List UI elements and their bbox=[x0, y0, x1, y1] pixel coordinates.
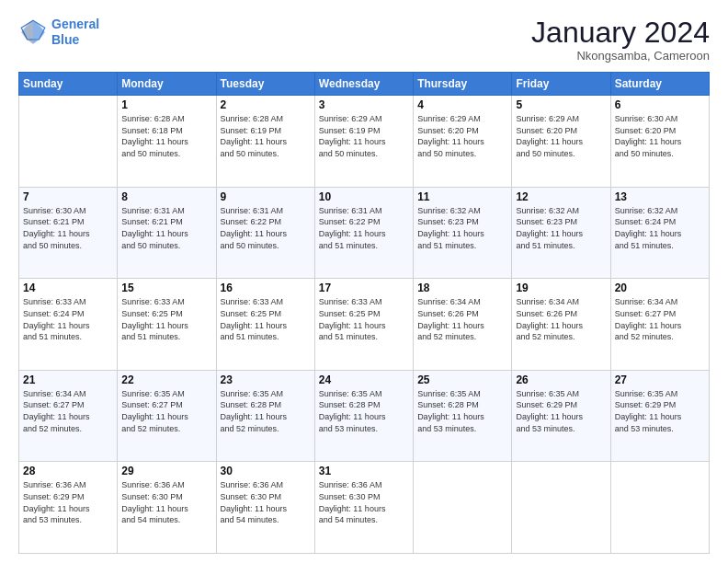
calendar-cell: 15Sunrise: 6:33 AMSunset: 6:25 PMDayligh… bbox=[118, 279, 216, 371]
day-number: 12 bbox=[516, 190, 606, 203]
day-number: 1 bbox=[121, 98, 211, 111]
day-number: 8 bbox=[121, 190, 211, 203]
logo-text: General Blue bbox=[51, 17, 99, 48]
calendar-week-2: 7Sunrise: 6:30 AMSunset: 6:21 PMDaylight… bbox=[19, 187, 710, 279]
day-info: Sunrise: 6:30 AMSunset: 6:20 PMDaylight:… bbox=[615, 113, 705, 159]
header-saturday: Saturday bbox=[610, 73, 709, 96]
header-tuesday: Tuesday bbox=[216, 73, 314, 96]
day-info: Sunrise: 6:33 AMSunset: 6:25 PMDaylight:… bbox=[121, 296, 211, 342]
calendar-cell: 8Sunrise: 6:31 AMSunset: 6:21 PMDaylight… bbox=[118, 187, 216, 279]
calendar-cell: 1Sunrise: 6:28 AMSunset: 6:18 PMDaylight… bbox=[118, 96, 216, 188]
day-info: Sunrise: 6:33 AMSunset: 6:25 PMDaylight:… bbox=[221, 296, 311, 342]
day-info: Sunrise: 6:31 AMSunset: 6:22 PMDaylight:… bbox=[221, 205, 311, 251]
day-number: 21 bbox=[23, 373, 113, 386]
title-block: January 2024 Nkongsamba, Cameroon bbox=[531, 17, 710, 63]
day-number: 15 bbox=[121, 282, 211, 294]
day-info: Sunrise: 6:34 AMSunset: 6:27 PMDaylight:… bbox=[615, 296, 705, 342]
header-wednesday: Wednesday bbox=[314, 73, 413, 96]
day-info: Sunrise: 6:29 AMSunset: 6:20 PMDaylight:… bbox=[516, 113, 606, 159]
logo-line1: General bbox=[51, 17, 99, 31]
day-info: Sunrise: 6:31 AMSunset: 6:21 PMDaylight:… bbox=[121, 205, 211, 251]
day-number: 18 bbox=[417, 282, 507, 294]
day-info: Sunrise: 6:35 AMSunset: 6:27 PMDaylight:… bbox=[121, 388, 211, 434]
calendar-cell: 17Sunrise: 6:33 AMSunset: 6:25 PMDayligh… bbox=[314, 279, 413, 371]
day-info: Sunrise: 6:36 AMSunset: 6:30 PMDaylight:… bbox=[121, 479, 211, 525]
calendar-body: 1Sunrise: 6:28 AMSunset: 6:18 PMDaylight… bbox=[19, 96, 710, 554]
calendar-cell: 7Sunrise: 6:30 AMSunset: 6:21 PMDaylight… bbox=[19, 187, 118, 279]
day-number: 17 bbox=[319, 282, 409, 294]
calendar-cell: 23Sunrise: 6:35 AMSunset: 6:28 PMDayligh… bbox=[216, 370, 314, 462]
calendar-cell: 29Sunrise: 6:36 AMSunset: 6:30 PMDayligh… bbox=[118, 462, 216, 554]
logo-icon bbox=[18, 17, 48, 47]
calendar-cell: 25Sunrise: 6:35 AMSunset: 6:28 PMDayligh… bbox=[414, 370, 512, 462]
day-number: 20 bbox=[615, 282, 705, 294]
day-number: 29 bbox=[121, 465, 211, 477]
calendar-cell: 27Sunrise: 6:35 AMSunset: 6:29 PMDayligh… bbox=[610, 370, 709, 462]
calendar-cell: 28Sunrise: 6:36 AMSunset: 6:29 PMDayligh… bbox=[19, 462, 118, 554]
day-info: Sunrise: 6:34 AMSunset: 6:26 PMDaylight:… bbox=[516, 296, 606, 342]
location: Nkongsamba, Cameroon bbox=[531, 49, 710, 63]
day-number: 25 bbox=[417, 373, 507, 386]
day-number: 6 bbox=[615, 98, 705, 111]
calendar-cell: 18Sunrise: 6:34 AMSunset: 6:26 PMDayligh… bbox=[414, 279, 512, 371]
calendar-table: Sunday Monday Tuesday Wednesday Thursday… bbox=[18, 72, 710, 554]
calendar-week-1: 1Sunrise: 6:28 AMSunset: 6:18 PMDaylight… bbox=[19, 96, 710, 188]
calendar-cell: 2Sunrise: 6:28 AMSunset: 6:19 PMDaylight… bbox=[216, 96, 314, 188]
calendar-cell: 5Sunrise: 6:29 AMSunset: 6:20 PMDaylight… bbox=[512, 96, 610, 188]
day-number: 22 bbox=[121, 373, 211, 386]
day-info: Sunrise: 6:36 AMSunset: 6:30 PMDaylight:… bbox=[221, 479, 311, 525]
calendar-cell bbox=[512, 462, 610, 554]
calendar-header: Sunday Monday Tuesday Wednesday Thursday… bbox=[19, 73, 710, 96]
day-info: Sunrise: 6:34 AMSunset: 6:26 PMDaylight:… bbox=[417, 296, 507, 342]
day-info: Sunrise: 6:28 AMSunset: 6:19 PMDaylight:… bbox=[221, 113, 311, 159]
calendar-cell: 22Sunrise: 6:35 AMSunset: 6:27 PMDayligh… bbox=[118, 370, 216, 462]
logo-line2: Blue bbox=[51, 32, 79, 47]
day-info: Sunrise: 6:29 AMSunset: 6:20 PMDaylight:… bbox=[417, 113, 507, 159]
day-info: Sunrise: 6:29 AMSunset: 6:19 PMDaylight:… bbox=[319, 113, 409, 159]
day-number: 2 bbox=[221, 98, 311, 111]
day-number: 27 bbox=[615, 373, 705, 386]
calendar-cell bbox=[610, 462, 709, 554]
day-info: Sunrise: 6:35 AMSunset: 6:28 PMDaylight:… bbox=[319, 388, 409, 434]
day-number: 7 bbox=[23, 190, 113, 203]
calendar-cell: 9Sunrise: 6:31 AMSunset: 6:22 PMDaylight… bbox=[216, 187, 314, 279]
header-monday: Monday bbox=[118, 73, 216, 96]
day-info: Sunrise: 6:36 AMSunset: 6:29 PMDaylight:… bbox=[23, 479, 113, 525]
day-info: Sunrise: 6:36 AMSunset: 6:30 PMDaylight:… bbox=[319, 479, 409, 525]
day-number: 13 bbox=[615, 190, 705, 203]
day-info: Sunrise: 6:32 AMSunset: 6:24 PMDaylight:… bbox=[615, 205, 705, 251]
calendar-week-5: 28Sunrise: 6:36 AMSunset: 6:29 PMDayligh… bbox=[19, 462, 710, 554]
calendar-cell: 19Sunrise: 6:34 AMSunset: 6:26 PMDayligh… bbox=[512, 279, 610, 371]
day-number: 23 bbox=[221, 373, 311, 386]
day-number: 16 bbox=[221, 282, 311, 294]
calendar-cell: 20Sunrise: 6:34 AMSunset: 6:27 PMDayligh… bbox=[610, 279, 709, 371]
calendar-cell: 14Sunrise: 6:33 AMSunset: 6:24 PMDayligh… bbox=[19, 279, 118, 371]
calendar-cell: 10Sunrise: 6:31 AMSunset: 6:22 PMDayligh… bbox=[314, 187, 413, 279]
day-info: Sunrise: 6:30 AMSunset: 6:21 PMDaylight:… bbox=[23, 205, 113, 251]
day-info: Sunrise: 6:32 AMSunset: 6:23 PMDaylight:… bbox=[417, 205, 507, 251]
day-number: 14 bbox=[23, 282, 113, 294]
header-friday: Friday bbox=[512, 73, 610, 96]
calendar-week-3: 14Sunrise: 6:33 AMSunset: 6:24 PMDayligh… bbox=[19, 279, 710, 371]
calendar-cell: 16Sunrise: 6:33 AMSunset: 6:25 PMDayligh… bbox=[216, 279, 314, 371]
day-number: 10 bbox=[319, 190, 409, 203]
day-info: Sunrise: 6:33 AMSunset: 6:24 PMDaylight:… bbox=[23, 296, 113, 342]
header-thursday: Thursday bbox=[414, 73, 512, 96]
page: General Blue January 2024 Nkongsamba, Ca… bbox=[0, 0, 728, 563]
day-number: 11 bbox=[417, 190, 507, 203]
calendar-cell: 4Sunrise: 6:29 AMSunset: 6:20 PMDaylight… bbox=[414, 96, 512, 188]
day-info: Sunrise: 6:35 AMSunset: 6:28 PMDaylight:… bbox=[221, 388, 311, 434]
day-info: Sunrise: 6:33 AMSunset: 6:25 PMDaylight:… bbox=[319, 296, 409, 342]
calendar-cell: 13Sunrise: 6:32 AMSunset: 6:24 PMDayligh… bbox=[610, 187, 709, 279]
calendar-cell bbox=[19, 96, 118, 188]
header-row: Sunday Monday Tuesday Wednesday Thursday… bbox=[19, 73, 710, 96]
calendar-cell: 21Sunrise: 6:34 AMSunset: 6:27 PMDayligh… bbox=[19, 370, 118, 462]
calendar-cell: 6Sunrise: 6:30 AMSunset: 6:20 PMDaylight… bbox=[610, 96, 709, 188]
day-number: 31 bbox=[319, 465, 409, 477]
header: General Blue January 2024 Nkongsamba, Ca… bbox=[18, 17, 710, 63]
day-number: 30 bbox=[221, 465, 311, 477]
day-number: 9 bbox=[221, 190, 311, 203]
calendar-week-4: 21Sunrise: 6:34 AMSunset: 6:27 PMDayligh… bbox=[19, 370, 710, 462]
day-info: Sunrise: 6:35 AMSunset: 6:29 PMDaylight:… bbox=[615, 388, 705, 434]
calendar-cell: 12Sunrise: 6:32 AMSunset: 6:23 PMDayligh… bbox=[512, 187, 610, 279]
